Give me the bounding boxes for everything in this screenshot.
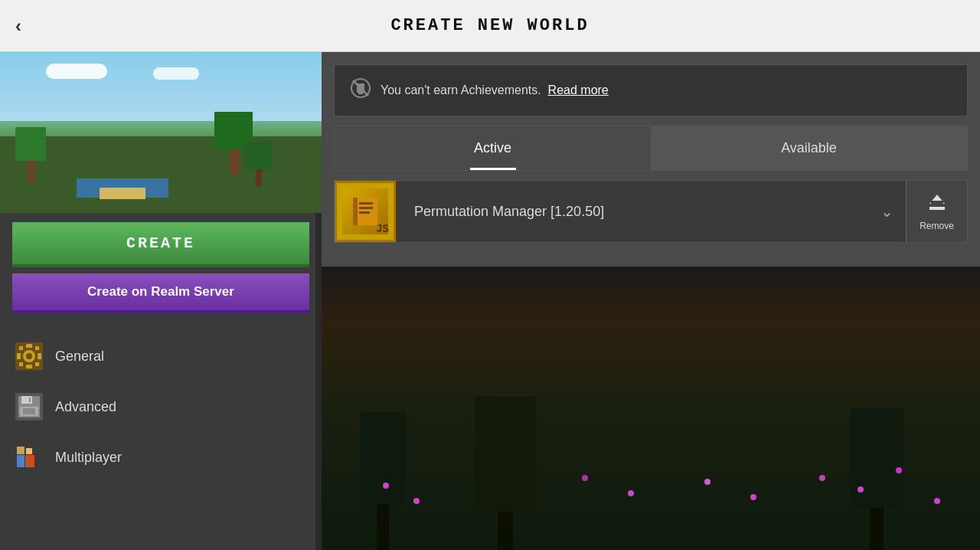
svg-rect-8 xyxy=(35,362,39,366)
general-label: General xyxy=(55,349,104,365)
svg-rect-29 xyxy=(359,211,370,214)
bg-tree-1 xyxy=(360,412,406,550)
tree-leaves-far xyxy=(245,142,273,169)
addon-tabs: Active Available xyxy=(334,126,968,171)
addon-js-badge: JS xyxy=(376,223,389,235)
sky xyxy=(0,52,322,121)
nav-items: General Advanced xyxy=(0,326,322,550)
bg-tree-3 xyxy=(850,408,903,550)
back-button[interactable]: ‹ xyxy=(15,15,21,37)
sidebar-item-general[interactable]: General xyxy=(0,332,322,381)
svg-rect-1 xyxy=(26,344,32,348)
svg-rect-3 xyxy=(17,353,21,359)
svg-rect-14 xyxy=(29,398,31,402)
addon-icon: JS xyxy=(335,181,396,242)
svg-rect-16 xyxy=(23,408,35,414)
flower-10 xyxy=(934,498,940,504)
achievement-text-main: You can't earn Achievements. xyxy=(381,83,541,97)
main-layout: CREATE Create on Realm Server xyxy=(0,52,980,550)
cloud-1 xyxy=(46,64,107,79)
remove-icon xyxy=(926,192,948,218)
sidebar-item-multiplayer[interactable]: Multiplayer xyxy=(0,433,322,482)
svg-rect-19 xyxy=(26,448,32,454)
tree-leaves-left xyxy=(15,127,46,161)
svg-rect-23 xyxy=(358,93,363,94)
cloud-2 xyxy=(153,67,199,80)
page-title: CREATE NEW WORLD xyxy=(390,16,589,35)
achievement-warning: You can't earn Achievements. Read more xyxy=(334,64,968,116)
svg-rect-20 xyxy=(25,455,34,467)
tab-available[interactable]: Available xyxy=(651,126,967,170)
flower-3 xyxy=(582,475,588,481)
tree-trunk-right xyxy=(229,150,238,175)
addon-name: Permutation Manager [1.20.50] xyxy=(396,188,868,235)
achievement-warning-text: You can't earn Achievements. Read more xyxy=(381,83,609,97)
tree-left xyxy=(15,127,46,182)
bg-tree-2 xyxy=(475,397,536,550)
world-preview xyxy=(0,52,322,213)
multiplayer-icon xyxy=(15,444,43,471)
achievement-icon xyxy=(350,77,371,103)
svg-rect-27 xyxy=(359,202,373,205)
svg-rect-30 xyxy=(929,207,945,210)
svg-rect-7 xyxy=(19,362,23,366)
svg-rect-6 xyxy=(35,346,39,350)
content-panel: You can't earn Achievements. Read more A… xyxy=(322,52,980,255)
tab-active[interactable]: Active xyxy=(335,126,651,170)
achievement-read-more-link[interactable]: Read more xyxy=(548,83,609,97)
ground xyxy=(0,136,322,213)
flower-4 xyxy=(628,490,634,496)
flower-5 xyxy=(704,479,710,485)
header: ‹ CREATE NEW WORLD xyxy=(0,0,980,52)
tree-trunk-left xyxy=(27,161,34,182)
flower-8 xyxy=(858,486,864,493)
flower-9 xyxy=(896,467,902,473)
addon-remove-button[interactable]: Remove xyxy=(906,181,967,242)
addon-item: JS Permutation Manager [1.20.50] ⌄ Remov… xyxy=(334,180,968,243)
svg-rect-32 xyxy=(931,201,943,204)
realm-server-button[interactable]: Create on Realm Server xyxy=(12,273,309,313)
tree-far-right xyxy=(245,142,273,186)
general-icon xyxy=(15,342,43,370)
svg-rect-2 xyxy=(26,365,32,368)
svg-rect-17 xyxy=(17,447,24,454)
create-button[interactable]: CREATE xyxy=(12,222,309,267)
flower-1 xyxy=(383,483,389,489)
tree-trunk-far xyxy=(256,169,262,186)
world-preview-image xyxy=(0,52,322,213)
sand xyxy=(100,188,145,199)
flower-2 xyxy=(413,498,420,504)
svg-rect-4 xyxy=(38,353,41,359)
svg-point-10 xyxy=(26,353,32,359)
flower-6 xyxy=(750,494,756,500)
sidebar: CREATE Create on Realm Server xyxy=(0,52,322,550)
multiplayer-label: Multiplayer xyxy=(55,450,122,466)
content-background xyxy=(322,267,980,550)
flower-7 xyxy=(819,475,825,481)
advanced-icon xyxy=(15,393,43,421)
svg-rect-18 xyxy=(17,455,24,467)
sidebar-item-advanced[interactable]: Advanced xyxy=(0,382,322,431)
svg-rect-28 xyxy=(359,207,373,209)
remove-label: Remove xyxy=(920,221,954,231)
svg-rect-5 xyxy=(19,346,23,350)
addon-expand-button[interactable]: ⌄ xyxy=(868,202,906,221)
svg-rect-26 xyxy=(353,198,358,225)
content-area: You can't earn Achievements. Read more A… xyxy=(322,52,980,550)
advanced-label: Advanced xyxy=(55,399,116,415)
